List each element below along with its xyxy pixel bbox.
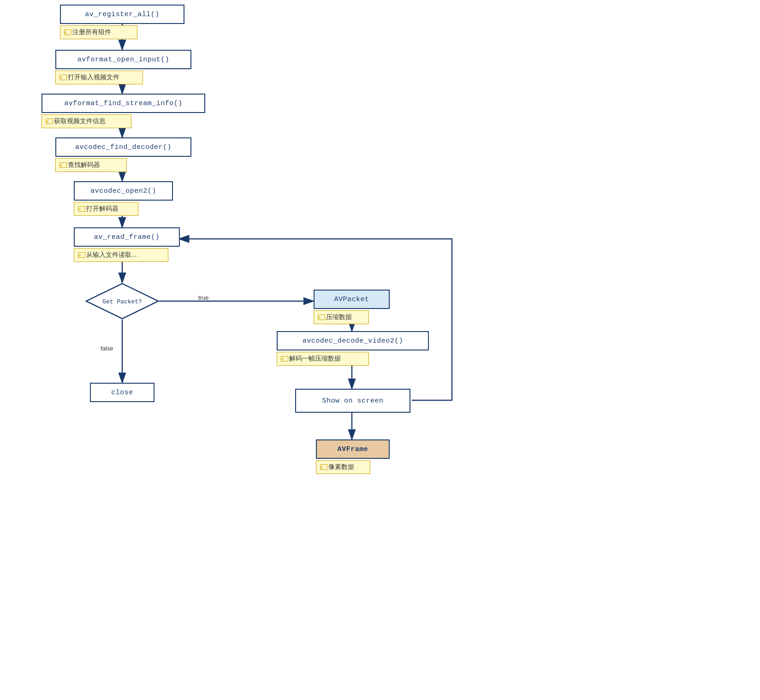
- note-avframe: 像素数据: [316, 460, 370, 474]
- box-show-on-screen: Show on screen: [295, 389, 410, 413]
- svg-text:Get Packet?: Get Packet?: [102, 298, 142, 305]
- note-av-read-frame: 从输入文件读取...: [74, 248, 168, 262]
- box-avframe: AVFrame: [316, 439, 390, 459]
- box-avformat-find-stream-info: avformat_find_stream_info(): [42, 94, 205, 113]
- box-avcodec-decode-video2: avcodec_decode_video2(): [277, 331, 429, 350]
- note-av-register-all: 注册所有组件: [60, 25, 137, 39]
- note-avcodec-decode-video2: 解码一帧压缩数据: [277, 352, 369, 366]
- note-avcodec-open2: 打开解码器: [74, 202, 138, 216]
- false-label: false: [101, 345, 113, 352]
- diagram-container: av_register_all() 注册所有组件 avformat_open_i…: [0, 0, 760, 700]
- note-avformat-open-input: 打开输入视频文件: [55, 71, 143, 84]
- box-av-read-frame: av_read_frame(): [74, 227, 180, 247]
- box-avformat-open-input: avformat_open_input(): [55, 50, 191, 69]
- note-avcodec-find-decoder: 查找解码器: [55, 158, 127, 172]
- note-avformat-find-stream-info: 获取视频文件信息: [42, 114, 131, 128]
- box-avcodec-open2: avcodec_open2(): [74, 181, 173, 201]
- box-close: close: [90, 383, 154, 402]
- box-avpacket: AVPacket: [314, 290, 390, 309]
- note-avpacket: 压缩数据: [314, 310, 369, 324]
- diamond-get-packet: Get Packet?: [85, 283, 159, 320]
- box-av-register-all: av_register_all(): [60, 5, 184, 24]
- box-avcodec-find-decoder: avcodec_find_decoder(): [55, 137, 191, 157]
- diamond-shape: Get Packet?: [85, 283, 159, 320]
- true-label: true: [198, 294, 208, 301]
